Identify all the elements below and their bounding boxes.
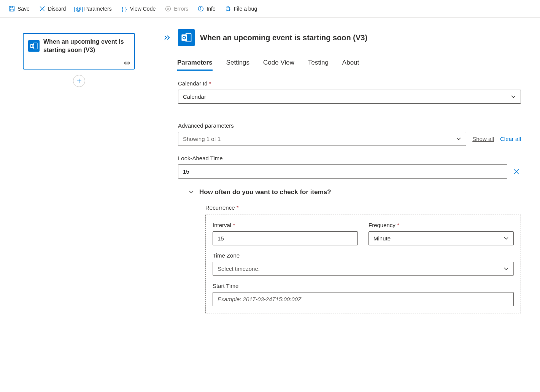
save-button[interactable]: Save bbox=[5, 3, 33, 14]
errors-icon bbox=[165, 5, 172, 12]
interval-input[interactable] bbox=[213, 231, 358, 245]
save-label: Save bbox=[17, 6, 30, 12]
svg-rect-2 bbox=[10, 9, 13, 11]
recurrence-label: Recurrence * bbox=[205, 204, 521, 211]
node-header: When an upcoming event is starting soon … bbox=[24, 34, 134, 58]
svg-point-10 bbox=[201, 7, 201, 8]
discard-icon bbox=[39, 5, 46, 12]
file-bug-label: File a bug bbox=[234, 6, 257, 12]
code-icon: { } bbox=[121, 5, 128, 12]
discard-button[interactable]: Discard bbox=[35, 3, 70, 14]
remove-lookahead-button[interactable] bbox=[512, 167, 521, 176]
discard-label: Discard bbox=[48, 6, 66, 12]
chevron-down-icon bbox=[511, 95, 516, 99]
parameters-icon: [@] bbox=[75, 5, 82, 12]
details-panel: When an upcoming event is starting soon … bbox=[158, 18, 540, 391]
recurrence-box: Interval * Frequency * Minute bbox=[205, 215, 521, 313]
advanced-parameters-label: Advanced parameters bbox=[178, 122, 521, 129]
calendar-id-label: Calendar Id * bbox=[178, 80, 521, 87]
form: Calendar Id * Calendar Advanced paramete… bbox=[158, 70, 540, 323]
outlook-icon bbox=[28, 40, 40, 52]
info-button[interactable]: Info bbox=[194, 3, 219, 14]
node-footer bbox=[24, 58, 134, 69]
starttime-field: Start Time bbox=[213, 283, 514, 306]
info-label: Info bbox=[206, 6, 215, 12]
calendar-id-field: Calendar Id * Calendar bbox=[178, 80, 521, 104]
add-step-button[interactable] bbox=[73, 75, 85, 87]
chevron-down-icon bbox=[456, 137, 461, 141]
panel-title: When an upcoming event is starting soon … bbox=[200, 33, 367, 42]
chevron-down-icon bbox=[189, 190, 194, 194]
recurrence-section: How often do you want to check for items… bbox=[178, 188, 521, 313]
advanced-parameters-value: Showing 1 of 1 bbox=[183, 136, 221, 142]
tab-code-view[interactable]: Code View bbox=[263, 55, 294, 70]
main: When an upcoming event is starting soon … bbox=[0, 18, 540, 391]
interval-label: Interval * bbox=[213, 222, 358, 228]
view-code-button[interactable]: { } View Code bbox=[117, 3, 159, 14]
lookahead-label: Look-Ahead Time bbox=[178, 155, 521, 161]
node-title: When an upcoming event is starting soon … bbox=[43, 38, 130, 54]
divider bbox=[178, 113, 521, 113]
interval-field: Interval * bbox=[213, 222, 358, 245]
recurrence-title: How often do you want to check for items… bbox=[199, 188, 331, 196]
timezone-label: Time Zone bbox=[213, 252, 514, 259]
chevron-down-icon bbox=[503, 267, 509, 271]
lookahead-field: Look-Ahead Time bbox=[178, 155, 521, 179]
parameters-button[interactable]: [@] Parameters bbox=[71, 3, 115, 14]
link-icon bbox=[124, 60, 130, 66]
canvas: When an upcoming event is starting soon … bbox=[0, 18, 158, 391]
timezone-select[interactable]: Select timezone. bbox=[213, 262, 514, 276]
tab-settings[interactable]: Settings bbox=[226, 55, 249, 70]
starttime-label: Start Time bbox=[213, 283, 514, 289]
trigger-node[interactable]: When an upcoming event is starting soon … bbox=[23, 33, 135, 70]
svg-point-11 bbox=[227, 8, 229, 11]
file-bug-button[interactable]: File a bug bbox=[221, 3, 261, 14]
svg-rect-1 bbox=[10, 6, 13, 8]
collapse-button[interactable] bbox=[162, 32, 173, 43]
svg-point-16 bbox=[127, 62, 130, 64]
view-code-label: View Code bbox=[130, 6, 156, 12]
advanced-parameters-field: Advanced parameters Showing 1 of 1 Show … bbox=[178, 122, 521, 146]
outlook-icon bbox=[178, 29, 195, 46]
calendar-id-select[interactable]: Calendar bbox=[178, 90, 521, 104]
parameters-label: Parameters bbox=[84, 6, 111, 12]
timezone-placeholder: Select timezone. bbox=[218, 266, 260, 272]
errors-button: Errors bbox=[161, 3, 192, 14]
toolbar: Save Discard [@] Parameters { } View Cod… bbox=[0, 0, 540, 18]
frequency-label: Frequency * bbox=[368, 222, 514, 228]
errors-label: Errors bbox=[174, 6, 188, 12]
lookahead-input[interactable] bbox=[178, 164, 507, 179]
bug-icon bbox=[225, 5, 232, 12]
frequency-select[interactable]: Minute bbox=[368, 231, 514, 245]
advanced-parameters-select[interactable]: Showing 1 of 1 bbox=[178, 132, 466, 146]
frequency-field: Frequency * Minute bbox=[368, 222, 514, 245]
tab-about[interactable]: About bbox=[342, 55, 359, 70]
frequency-value: Minute bbox=[373, 235, 391, 242]
tabs: Parameters Settings Code View Testing Ab… bbox=[158, 55, 540, 70]
timezone-field: Time Zone Select timezone. bbox=[213, 252, 514, 276]
recurrence-toggle[interactable]: How often do you want to check for items… bbox=[189, 188, 521, 196]
save-icon bbox=[8, 5, 15, 12]
calendar-id-value: Calendar bbox=[183, 93, 206, 100]
show-all-link[interactable]: Show all bbox=[472, 136, 494, 142]
tab-parameters[interactable]: Parameters bbox=[177, 55, 213, 70]
chevron-down-icon bbox=[503, 237, 509, 240]
starttime-input[interactable] bbox=[213, 292, 514, 306]
tab-testing[interactable]: Testing bbox=[308, 55, 329, 70]
info-icon bbox=[197, 5, 204, 12]
panel-header: When an upcoming event is starting soon … bbox=[158, 25, 540, 55]
clear-all-link[interactable]: Clear all bbox=[500, 136, 521, 142]
